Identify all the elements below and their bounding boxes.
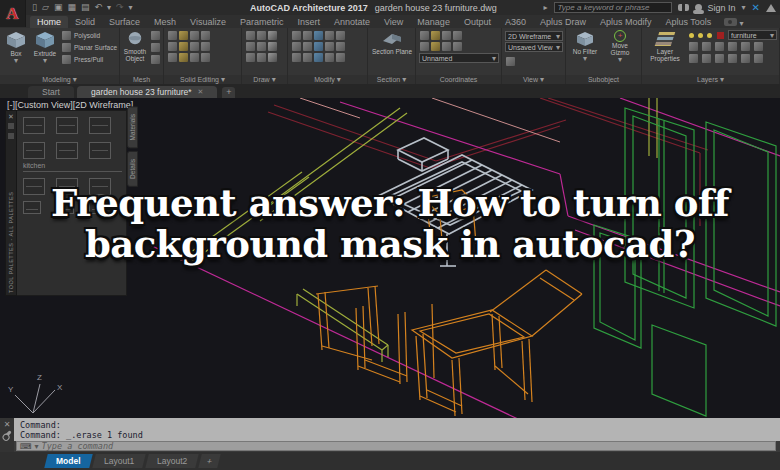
- mesh-tools-icons[interactable]: [150, 30, 161, 65]
- modify-tool-icon[interactable]: [325, 42, 334, 51]
- panel-view-footer[interactable]: View ▾: [502, 75, 565, 84]
- modify-tool-icon[interactable]: [303, 42, 312, 51]
- modify-tool-icon[interactable]: [325, 53, 334, 62]
- box-caret-icon[interactable]: ▾: [14, 57, 18, 64]
- solid-editing-tool-icon[interactable]: [201, 53, 210, 62]
- mesh-tool-icon[interactable]: [151, 43, 160, 52]
- ucs-tool-icon[interactable]: [431, 42, 440, 51]
- no-filter-caret-icon[interactable]: ▾: [583, 55, 587, 62]
- open-file-icon[interactable]: ▱: [42, 0, 49, 15]
- layer-tool-icon[interactable]: [715, 54, 724, 63]
- file-tab-start[interactable]: Start: [28, 86, 74, 98]
- ucs-tool-icon[interactable]: [420, 31, 429, 40]
- palette-close-icon[interactable]: ✕: [8, 113, 14, 121]
- panel-modeling-footer[interactable]: Modeling ▾: [0, 75, 119, 84]
- modify-tool-icon[interactable]: [336, 42, 345, 51]
- plot-icon[interactable]: ▤: [81, 0, 90, 15]
- layer-lock-icon[interactable]: [707, 33, 712, 38]
- panel-modify-footer[interactable]: Modify ▾: [288, 75, 367, 84]
- modify-icons[interactable]: [291, 30, 365, 63]
- layer-tool-icon[interactable]: [741, 54, 750, 63]
- save-icon[interactable]: ▣: [54, 0, 63, 15]
- visual-style-combo[interactable]: 2D Wireframe▾: [505, 31, 563, 41]
- ribbon-tab-annotate[interactable]: Annotate: [327, 16, 377, 28]
- undo-icon[interactable]: ↶: [94, 0, 102, 15]
- ribbon-tab-view[interactable]: View: [377, 16, 410, 28]
- modify-tool-icon[interactable]: [336, 31, 345, 40]
- draw-tool-icon[interactable]: [257, 53, 266, 62]
- sign-in-caret-icon[interactable]: ▾: [742, 3, 746, 12]
- panel-layers-footer[interactable]: Layers ▾: [642, 75, 779, 84]
- solid-editing-tool-icon[interactable]: [168, 42, 177, 51]
- layer-tool-icon[interactable]: [741, 42, 750, 51]
- ribbon-tab-aplus-tools[interactable]: Aplus Tools: [659, 16, 719, 28]
- layer-tool-icon[interactable]: [728, 42, 737, 51]
- current-layer-combo[interactable]: furniture▾: [728, 30, 777, 40]
- panel-subobject-footer[interactable]: Subobject: [566, 75, 641, 84]
- solid-editing-icons[interactable]: [167, 30, 239, 63]
- layout1-tab[interactable]: Layout1: [92, 454, 146, 468]
- modify-tool-icon[interactable]: [314, 42, 323, 51]
- palette-block-icon[interactable]: [89, 142, 111, 159]
- extrude-caret-icon[interactable]: ▾: [43, 57, 47, 64]
- drawing-canvas[interactable]: Y Z X [-][Custom View][2D Wireframe] ✕ T…: [0, 98, 780, 418]
- layer-tools-row1[interactable]: [688, 41, 777, 52]
- search-binoculars-icon[interactable]: [678, 4, 689, 11]
- mesh-tool-icon[interactable]: [151, 31, 160, 40]
- ucs-tool-icon[interactable]: [453, 31, 462, 40]
- undo-caret-icon[interactable]: ▾: [107, 0, 111, 15]
- ribbon-tab-manage[interactable]: Manage: [410, 16, 457, 28]
- panel-mesh-footer[interactable]: Mesh: [120, 75, 163, 84]
- ribbon-tab-home[interactable]: Home: [30, 16, 68, 28]
- smooth-object-button[interactable]: Smooth Object: [123, 30, 147, 65]
- modify-tool-icon[interactable]: [292, 42, 301, 51]
- modify-tool-icon[interactable]: [292, 31, 301, 40]
- ribbon-tab-visualize[interactable]: Visualize: [183, 16, 233, 28]
- coordinates-icons[interactable]: [419, 30, 499, 52]
- qat-customize-caret-icon[interactable]: ▾: [129, 0, 133, 15]
- command-input[interactable]: [42, 441, 772, 451]
- move-gizmo-caret-icon[interactable]: ▾: [618, 56, 622, 63]
- camera-icon[interactable]: [724, 18, 737, 26]
- move-gizmo-button[interactable]: + Move Gizmo ▾: [604, 30, 636, 63]
- draw-tool-icon[interactable]: [268, 31, 277, 40]
- mesh-tool-icon[interactable]: [151, 55, 160, 64]
- layer-tool-icon[interactable]: [689, 54, 698, 63]
- ribbon-options-caret-icon[interactable]: ▾: [739, 19, 743, 28]
- help-search-input[interactable]: [554, 2, 672, 13]
- palette-properties-icon[interactable]: [8, 133, 14, 139]
- layout2-tab[interactable]: Layout2: [145, 454, 199, 468]
- file-tab-active-drawing[interactable]: garden house 23 furniture* ✕: [77, 86, 218, 98]
- palette-block-icon[interactable]: [23, 117, 45, 134]
- draw-tool-icon[interactable]: [268, 42, 277, 51]
- ribbon-tab-mesh[interactable]: Mesh: [147, 16, 183, 28]
- layer-properties-button[interactable]: Layer Properties: [645, 30, 685, 64]
- palette-block-icon[interactable]: [89, 117, 111, 134]
- draw-tool-icon[interactable]: [246, 42, 255, 51]
- ribbon-tab-aplus-draw[interactable]: Aplus Draw: [533, 16, 593, 28]
- layer-freeze-sun-icon[interactable]: [698, 33, 703, 38]
- solid-editing-tool-icon[interactable]: [190, 31, 199, 40]
- modify-tool-icon[interactable]: [314, 53, 323, 62]
- palette-autohide-icon[interactable]: [8, 123, 14, 129]
- ribbon-tab-surface[interactable]: Surface: [102, 16, 147, 28]
- draw-icons[interactable]: [245, 30, 285, 63]
- solid-editing-tool-icon[interactable]: [168, 53, 177, 62]
- panel-solid-editing-footer[interactable]: Solid Editing ▾: [164, 75, 241, 84]
- layer-tool-icon[interactable]: [689, 42, 698, 51]
- planar-surface-button[interactable]: Planar Surface: [61, 42, 117, 53]
- layer-tools-row2[interactable]: [688, 53, 777, 64]
- modify-tool-icon[interactable]: [325, 31, 334, 40]
- modify-tool-icon[interactable]: [303, 53, 312, 62]
- ribbon-tab-a360[interactable]: A360: [498, 16, 533, 28]
- sign-in-button[interactable]: Sign In: [708, 3, 736, 13]
- modify-tool-icon[interactable]: [314, 31, 323, 40]
- ribbon-tab-aplus-modify[interactable]: Aplus Modify: [593, 16, 659, 28]
- panel-section-footer[interactable]: Section ▾: [368, 75, 415, 84]
- ribbon-tab-insert[interactable]: Insert: [290, 16, 327, 28]
- modify-tool-icon[interactable]: [292, 53, 301, 62]
- draw-tool-icon[interactable]: [246, 53, 255, 62]
- solid-editing-tool-icon[interactable]: [168, 31, 177, 40]
- panel-draw-footer[interactable]: Draw ▾: [242, 75, 287, 84]
- draw-tool-icon[interactable]: [246, 31, 255, 40]
